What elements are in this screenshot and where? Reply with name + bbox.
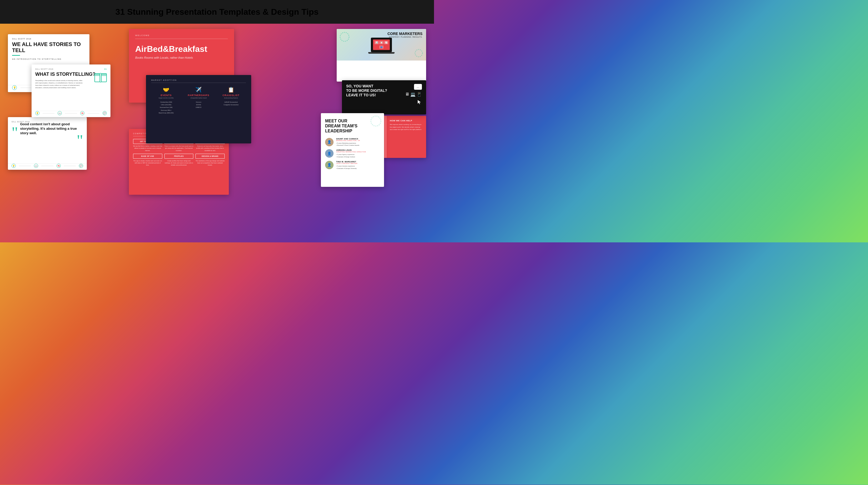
market-col-events: 🤝 EVENTS target events monthly Octoberfe… [151, 87, 181, 114]
stories-teal-bar [12, 55, 20, 56]
laptop-icon: 💻 [410, 92, 415, 97]
digital-title: SO, YOU WANTTO BE MORE DIGITAL?LEAVE IT … [346, 84, 401, 97]
craigslist-icon: 📋 [216, 87, 246, 93]
brain-icon3: 🧠 [57, 164, 61, 168]
btn-ease-of-use: EASE OF USE [133, 154, 162, 159]
what-body: Storytelling is the social and cultural … [35, 80, 83, 89]
card-what-storytelling: GILL SCOTT 2018 01 WHAT IS STORYTELLING?… [32, 64, 111, 117]
team-member-2: 👤 JORDON LOUIS CREATIVE MARKETING DIRECT… [325, 149, 380, 158]
core-top: 📊 📋 📈 👥 CORE MARKETERS STRATEGY. PLANNIN… [337, 29, 426, 61]
member3-name: TINA W. MARGARET [336, 161, 358, 163]
open-quote-mark: " [11, 127, 18, 138]
monitor-icon: 🖥 [405, 92, 409, 97]
lightbulb-icon3: 💡 [11, 164, 16, 168]
svg-point-8 [340, 32, 349, 41]
member2-avatar: 👤 [325, 149, 334, 158]
member3-role: LEAD CONTENT WRITER [336, 163, 358, 164]
title-suffix: Templates & Design Tips [217, 7, 318, 17]
member2-bullets: • 4 years Agency experience • Graduate o… [336, 153, 366, 158]
card-market-adoption: MARKET ADOPTION 🤝 EVENTS target events m… [146, 75, 251, 144]
circle-decoration-top-left [339, 32, 350, 42]
partnerships-items: GoLoco KAYAK ORBITZ [184, 101, 213, 109]
member3-avatar: 👤 [325, 161, 334, 169]
events-items: Octoberfest (5M) CMJ (100,000) SummerFes… [151, 101, 181, 114]
card-dream-team: MEET OUR DREAM TEAM'S LEADERSHIP 👤 SHUMT… [321, 113, 384, 187]
airbed-tagline: Books Rooms with Locals, rather than Hot… [135, 56, 228, 59]
partnerships-title: PARTNERSHIPS [184, 94, 213, 97]
book-icon2: 📖 [58, 111, 62, 115]
member3-bullets: • 5 years Industry experience • Graduate… [336, 165, 358, 170]
craigslist-title: CRAIGSLIST [216, 94, 246, 97]
title-bold: Stunning Presentation [127, 7, 217, 17]
cards-area: GILL SCOTT 2018 WE ALL HAVE STORIES TO T… [0, 24, 434, 242]
core-main-title: CORE MARKETERS [388, 32, 423, 36]
cursor-icon [417, 99, 422, 105]
desc-host-incentive: There is a reason why the host would wan… [164, 145, 194, 152]
desc-1st-market: We are the first to market, creating a t… [133, 145, 162, 152]
member1-avatar: 👤 [325, 138, 334, 146]
stories-byline: GILL SCOTT 2018 [12, 38, 85, 40]
card-quote: GILL SCOTT 2018 " Good content isn't abo… [8, 117, 87, 170]
competitive-item-4: EASE OF USE The app is simple, intuitive… [133, 154, 162, 166]
member1-bullets: • 8 years Marketing experience • Receive… [336, 142, 360, 147]
core-subtitle: STRATEGY. PLANNING. RESULTS. [388, 36, 423, 38]
btn-design-brand: DESIGN & BRAND [195, 154, 225, 159]
card-core-marketers: 📊 📋 📈 👥 CORE MARKETERS STRATEGY. PLANNIN… [337, 29, 426, 82]
challenge-right: HOW WE CAN HELP We improve what's workin… [386, 116, 426, 158]
laptop-illustration: 📊 📋 📈 👥 [371, 38, 392, 52]
events-icon: 🤝 [151, 87, 181, 93]
events-sub: target events monthly [151, 97, 181, 99]
svg-point-10 [371, 116, 381, 126]
devices-icons: 🖥 💻 📱 [405, 92, 422, 97]
page-title: 31 Stunning Presentation Templates & Des… [116, 7, 318, 17]
table-icon: 📋 [379, 41, 383, 44]
desc-design-brand: The aesthetics of the app design and web… [195, 160, 225, 166]
craigslist-items: AirBnB Screenshot Craigslist Screenshot [216, 101, 246, 106]
market-col-craigslist: 📋 CRAIGSLIST dual posting feature AirBnB… [216, 87, 246, 114]
partnerships-icon: ✈️ [184, 87, 213, 93]
member2-role: CREATIVE MARKETING DIRECTOR [336, 151, 366, 153]
btn-profiles: PROFILES [164, 154, 194, 159]
desc-list-once: Hosts do not have jobs that expire, but … [195, 145, 225, 152]
title-prefix: 31 [116, 7, 127, 17]
quote-text: Good content isn't about good storytelli… [20, 122, 83, 135]
events-title: EVENTS [151, 94, 181, 97]
team-circle-deco [370, 115, 382, 127]
welcome-label: WELCOME [135, 34, 228, 37]
market-col-partnerships: ✈️ PARTNERSHIPS cheap/alternative travel… [184, 87, 213, 114]
chat-bubble-icon: ... [414, 84, 422, 90]
lightbulb-icon2: 💡 [35, 111, 39, 115]
airbed-brand: AirBed&Breakfast [135, 44, 228, 54]
bar-icon: 📈 [384, 41, 388, 44]
close-quote-mark: " [20, 135, 83, 145]
chat-icon3: 💬 [79, 164, 83, 168]
card-digital: SO, YOU WANTTO BE MORE DIGITAL?LEAVE IT … [342, 80, 426, 115]
people-icon: 👥 [379, 46, 383, 49]
help-title: HOW WE CAN HELP [390, 119, 423, 122]
header-bar: 31 Stunning Presentation Templates & Des… [0, 0, 434, 24]
desc-ease-of-use: The app is simple, intuitive and can eve… [133, 160, 162, 166]
circle-decoration-bottom-right [414, 49, 424, 58]
market-divider [151, 83, 246, 83]
member1-name: SHUMT AND CUNNICK [336, 138, 360, 140]
team-member-3: 👤 TINA W. MARGARET LEAD CONTENT WRITER •… [325, 161, 380, 170]
craigslist-sub: dual posting feature [216, 97, 246, 99]
core-title-overlay: CORE MARKETERS STRATEGY. PLANNING. RESUL… [388, 32, 423, 38]
open-book-icon [93, 72, 108, 84]
stories-title: WE ALL HAVE STORIES TO TELL [12, 41, 85, 54]
airbed-divider [135, 39, 228, 39]
stories-subtitle: AN INTRODUCTION TO STORYTELLING [12, 58, 85, 60]
divider-line [21, 88, 31, 88]
member1-role: MARKETING DIRECTOR, VP [336, 140, 360, 141]
member2-name: JORDON LOUIS [336, 149, 366, 151]
competitive-item-6: DESIGN & BRAND The aesthetics of the app… [195, 154, 225, 166]
market-label: MARKET ADOPTION [151, 79, 246, 81]
tablet-icon: 📱 [416, 92, 422, 97]
book-icon3: 📖 [34, 164, 38, 168]
brain-icon2: 🧠 [80, 111, 85, 115]
chart-icon: 📊 [375, 41, 379, 44]
lightbulb-icon: 💡 [12, 85, 17, 90]
team-member-1: 👤 SHUMT AND CUNNICK MARKETING DIRECTOR, … [325, 138, 380, 147]
svg-point-9 [415, 50, 423, 57]
desc-profiles: Create profiles that have ratings and ra… [164, 160, 194, 166]
